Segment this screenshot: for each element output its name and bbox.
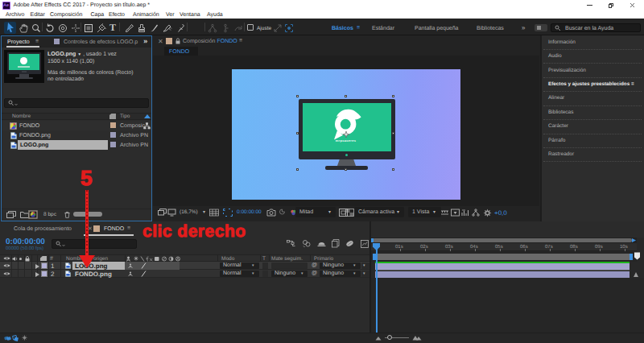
svg-text:mrpcaceres: mrpcaceres: [336, 139, 356, 143]
